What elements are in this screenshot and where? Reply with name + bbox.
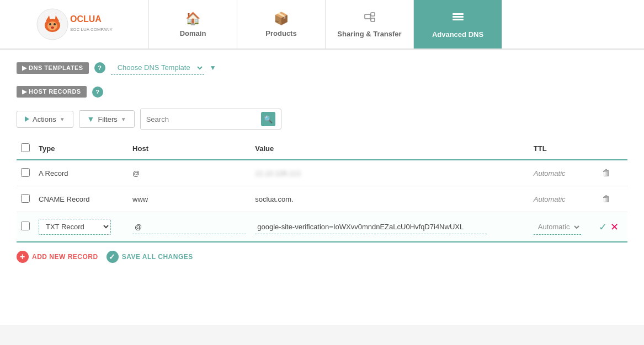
top-navigation: OCLUA SOC LUA COMPANY LIMITED 🏠 Domain 📦…: [0, 0, 644, 50]
svg-line-13: [370, 14, 371, 15]
table-row: TXT Record A Record CNAME Record MX Reco…: [17, 212, 627, 242]
add-record-label: ADD NEW RECORD: [32, 253, 98, 261]
row1-ttl: Automatic: [529, 160, 594, 186]
header-type: Type: [34, 138, 128, 160]
filter-icon: ▼: [87, 115, 95, 123]
header-host: Host: [128, 138, 251, 160]
dns-icon: [451, 10, 465, 27]
actions-chevron: ▼: [60, 116, 65, 122]
row3-checkbox[interactable]: [21, 222, 30, 230]
svg-point-5: [49, 23, 51, 25]
svg-rect-15: [453, 13, 464, 15]
row2-value: soclua.com.: [251, 186, 529, 212]
footer-actions: + ADD NEW RECORD ✓ SAVE ALL CHANGES: [17, 242, 627, 266]
row3-host-input[interactable]: [132, 220, 246, 234]
row2-host: www: [128, 186, 251, 212]
row1-host: @: [128, 160, 251, 186]
filters-chevron: ▼: [121, 116, 126, 122]
row3-host-cell: [128, 212, 251, 242]
search-button[interactable]: 🔍: [261, 112, 275, 126]
home-icon: 🏠: [185, 12, 200, 26]
row3-value-cell: [251, 212, 529, 242]
dns-templates-label: ▶ DNS TEMPLATES: [17, 62, 89, 74]
svg-point-7: [51, 26, 54, 29]
svg-point-4: [47, 21, 57, 30]
records-table: Type Host Value TTL A Record @ 1: [17, 138, 627, 242]
dns-template-chevron: ▼: [210, 64, 216, 72]
dns-template-select[interactable]: Choose DNS Template: [111, 61, 204, 75]
select-all-checkbox[interactable]: [21, 143, 30, 152]
actions-button[interactable]: Actions ▼: [17, 111, 73, 128]
svg-rect-10: [365, 14, 370, 19]
row1-value: 11.12.126.111: [251, 160, 529, 186]
row1-type: A Record: [34, 160, 128, 186]
host-records-section: ▶ HOST RECORDS ?: [17, 86, 627, 98]
row1-checkbox-cell: [17, 160, 34, 186]
svg-rect-12: [371, 18, 375, 21]
header-actions: [594, 138, 627, 160]
dns-templates-help[interactable]: ?: [94, 62, 105, 73]
row2-checkbox-cell: [17, 186, 34, 212]
svg-rect-11: [371, 13, 375, 16]
row3-value-input[interactable]: [255, 220, 487, 234]
svg-line-14: [370, 19, 371, 20]
filters-button[interactable]: ▼ Filters ▼: [79, 110, 135, 128]
search-input[interactable]: [146, 115, 257, 123]
add-new-record-button[interactable]: + ADD NEW RECORD: [17, 251, 98, 263]
row2-checkbox[interactable]: [21, 194, 30, 203]
dns-templates-section: ▶ DNS TEMPLATES ? Choose DNS Template ▼: [17, 61, 627, 75]
host-records-label: ▶ HOST RECORDS: [17, 86, 87, 98]
row3-checkbox-cell: [17, 212, 34, 242]
row2-delete-cell: 🗑: [594, 186, 627, 212]
save-changes-label: SAVE ALL CHANGES: [122, 253, 193, 261]
row3-row-actions: ✓ ✕: [594, 212, 627, 242]
svg-text:SOC LUA COMPANY LIMITED: SOC LUA COMPANY LIMITED: [70, 27, 113, 32]
actions-label: Actions: [33, 115, 56, 123]
svg-point-6: [54, 23, 56, 25]
search-container: 🔍: [140, 109, 281, 130]
tab-sharing[interactable]: Sharing & Transfer: [326, 0, 414, 48]
table-header-row: Type Host Value TTL: [17, 138, 627, 160]
svg-text:OCLUA: OCLUA: [70, 14, 102, 24]
row3-type-cell: TXT Record A Record CNAME Record MX Reco…: [34, 212, 128, 242]
tab-advanced-dns-label: Advanced DNS: [432, 30, 483, 39]
table-row: CNAME Record www soclua.com. Automatic 🗑: [17, 186, 627, 212]
filters-label: Filters: [98, 115, 117, 123]
row1-delete-button[interactable]: 🗑: [599, 167, 614, 179]
save-all-changes-button[interactable]: ✓ SAVE ALL CHANGES: [107, 251, 193, 263]
row2-delete-button[interactable]: 🗑: [599, 193, 614, 205]
row3-confirm-button[interactable]: ✓: [599, 221, 607, 233]
host-records-help[interactable]: ?: [92, 87, 103, 98]
row1-delete-cell: 🗑: [594, 160, 627, 186]
tab-products[interactable]: 📦 Products: [237, 0, 326, 48]
row3-cancel-button[interactable]: ✕: [610, 221, 619, 233]
row2-type: CNAME Record: [34, 186, 128, 212]
svg-rect-17: [453, 19, 464, 20]
tab-domain[interactable]: 🏠 Domain: [149, 0, 237, 48]
row1-checkbox[interactable]: [21, 168, 30, 177]
svg-rect-16: [453, 16, 464, 18]
plus-circle-icon: +: [17, 251, 29, 263]
row3-ttl-cell: Automatic 1 min 5 min 30 min 1 hour: [529, 212, 594, 242]
tab-sharing-label: Sharing & Transfer: [337, 30, 401, 38]
tab-domain-label: Domain: [180, 29, 206, 37]
tab-advanced-dns[interactable]: Advanced DNS: [414, 0, 502, 48]
check-circle-icon: ✓: [107, 251, 119, 263]
host-records-toolbar: Actions ▼ ▼ Filters ▼ 🔍: [17, 109, 627, 130]
products-icon: 📦: [274, 12, 289, 26]
header-ttl: TTL: [529, 138, 594, 160]
tab-products-label: Products: [265, 29, 296, 37]
row3-ttl-select[interactable]: Automatic 1 min 5 min 30 min 1 hour: [534, 219, 581, 235]
header-checkbox-cell: [17, 138, 34, 160]
play-icon: [25, 116, 29, 122]
table-row: A Record @ 11.12.126.111 Automatic 🗑: [17, 160, 627, 186]
page-content: ▶ DNS TEMPLATES ? Choose DNS Template ▼ …: [0, 50, 644, 325]
header-value: Value: [251, 138, 529, 160]
row2-ttl: Automatic: [529, 186, 594, 212]
logo: OCLUA SOC LUA COMPANY LIMITED: [0, 0, 149, 48]
sharing-icon: [364, 11, 376, 26]
row3-type-select[interactable]: TXT Record A Record CNAME Record MX Reco…: [39, 219, 111, 235]
